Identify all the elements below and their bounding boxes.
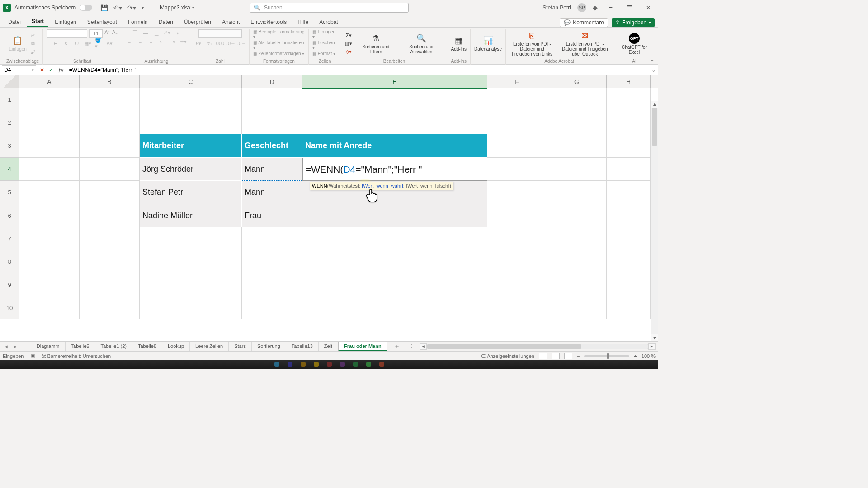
cell[interactable]	[547, 111, 607, 134]
cell[interactable]	[607, 88, 651, 111]
taskbar-app-icon[interactable]	[366, 362, 371, 367]
accessibility-status[interactable]: 🙵 Barrierefreiheit: Untersuchen	[41, 353, 111, 359]
format-painter-icon[interactable]: 🖌	[29, 49, 37, 55]
sheet-tab[interactable]: Zeit	[319, 342, 338, 351]
cell[interactable]	[607, 273, 651, 296]
cell[interactable]	[547, 158, 607, 181]
cell[interactable]	[242, 273, 302, 296]
cell[interactable]	[242, 88, 302, 111]
chatgpt-button[interactable]: GPT ChatGPT for Excel	[617, 33, 652, 55]
fn-arg[interactable]: [Wert_wenn_falsch]	[406, 183, 449, 188]
cell[interactable]	[80, 158, 140, 181]
table-cell[interactable]: Mann	[242, 181, 302, 204]
fx-icon[interactable]: ƒx	[58, 67, 64, 73]
cell[interactable]	[80, 273, 140, 296]
hscroll-thumb[interactable]	[427, 344, 582, 349]
cell[interactable]	[607, 296, 651, 319]
cell[interactable]	[302, 88, 487, 111]
cell[interactable]	[80, 204, 140, 227]
indent-right-icon[interactable]: ⇥	[169, 38, 176, 45]
taskbar-app-icon[interactable]	[274, 362, 279, 367]
taskbar-app-icon[interactable]	[288, 362, 292, 367]
cell[interactable]	[19, 296, 80, 319]
comments-button[interactable]: 💬 Kommentare	[560, 18, 608, 27]
sheet-tab[interactable]: Lookup	[162, 342, 190, 351]
tab-file[interactable]: Datei	[4, 17, 25, 27]
cell[interactable]	[487, 204, 547, 227]
orientation-icon[interactable]: ⤢▾	[164, 29, 171, 36]
worksheet[interactable]: A B C D E F G H 1 2 3 Mitarbeiter	[0, 75, 658, 341]
cell[interactable]	[487, 296, 547, 319]
cell[interactable]	[242, 111, 302, 134]
cell[interactable]	[487, 88, 547, 111]
table-cell[interactable]: Mann	[242, 158, 302, 181]
align-top-icon[interactable]: ▔	[131, 29, 138, 36]
cell[interactable]	[302, 250, 487, 273]
cell[interactable]	[19, 111, 80, 134]
formula-input[interactable]: =WENN(D4="Mann";"Herr "	[67, 67, 649, 73]
tab-data[interactable]: Daten	[154, 17, 178, 27]
cell[interactable]	[487, 227, 547, 250]
fill-color-icon[interactable]: 🪣▾	[95, 40, 102, 47]
avatar[interactable]: SP	[577, 3, 586, 12]
cell[interactable]	[607, 227, 651, 250]
autosave-toggle[interactable]: Automatisches Speichern	[14, 5, 92, 11]
col-header[interactable]: G	[547, 75, 607, 88]
table-header[interactable]: Name mit Anrede	[302, 134, 487, 158]
cell-styles-button[interactable]: ▦ Zellenformatvorlagen ▾	[253, 51, 305, 56]
cell[interactable]	[607, 134, 651, 158]
sheet-tab[interactable]: Diagramm	[31, 342, 66, 351]
zoom-value[interactable]: 100 %	[642, 353, 656, 359]
share-button[interactable]: ⇪ Freigeben ▾	[612, 18, 655, 27]
cell[interactable]	[140, 273, 242, 296]
cell[interactable]	[80, 296, 140, 319]
cell[interactable]	[547, 227, 607, 250]
view-page-layout-button[interactable]	[552, 353, 560, 359]
cell[interactable]	[302, 111, 487, 134]
fn-arg-current[interactable]: [Wert_wenn_wahr]	[362, 183, 403, 188]
cell[interactable]	[19, 250, 80, 273]
dec-dec-icon[interactable]: .0→	[238, 40, 245, 47]
comma-icon[interactable]: 000	[217, 40, 224, 47]
cell[interactable]	[80, 111, 140, 134]
wrap-text-icon[interactable]: ↲	[175, 29, 182, 36]
taskbar-app-icon[interactable]	[301, 362, 306, 367]
col-header[interactable]: A	[19, 75, 80, 88]
row-header[interactable]: 3	[0, 134, 19, 158]
function-tooltip[interactable]: WENN(Wahrheitstest; [Wert_wenn_wahr]; [W…	[310, 182, 453, 190]
align-right-icon[interactable]: ≡	[147, 38, 155, 45]
cell[interactable]	[302, 273, 487, 296]
align-center-icon[interactable]: ≡	[137, 38, 144, 45]
align-bottom-icon[interactable]: ▁	[153, 29, 160, 36]
cell[interactable]	[547, 296, 607, 319]
borders-icon[interactable]: ▦▾	[84, 40, 91, 47]
cell[interactable]	[140, 296, 242, 319]
paste-button[interactable]: 📋 Einfügen	[9, 36, 26, 52]
minimize-button[interactable]: ━	[604, 1, 617, 14]
name-box[interactable]: D4 ▾	[2, 65, 36, 75]
cell[interactable]	[80, 227, 140, 250]
taskbar-app-icon[interactable]	[327, 362, 332, 367]
hscroll-right-icon[interactable]: ►	[648, 343, 656, 350]
scroll-down-icon[interactable]: ▼	[651, 334, 658, 341]
sheet-tab[interactable]: Sortierung	[252, 342, 286, 351]
row-header[interactable]: 6	[0, 204, 19, 227]
taskbar-app-icon[interactable]	[379, 362, 384, 367]
cell[interactable]	[80, 134, 140, 158]
percent-icon[interactable]: %	[206, 40, 213, 47]
cell[interactable]	[607, 204, 651, 227]
table-header[interactable]: Mitarbeiter	[140, 134, 242, 158]
sheet-tab[interactable]: Leere Zeilen	[190, 342, 229, 351]
scroll-track[interactable]	[651, 108, 658, 334]
decrease-font-icon[interactable]: A↓	[112, 29, 118, 38]
sort-filter-button[interactable]: ⚗ Sortieren und Filtern	[357, 33, 395, 54]
taskbar-app-icon[interactable]	[353, 362, 358, 367]
user-name[interactable]: Stefan Petri	[542, 5, 571, 11]
fill-icon[interactable]: ▥▾	[345, 41, 352, 47]
row-header[interactable]: 9	[0, 273, 19, 296]
table-header[interactable]: Geschlecht	[242, 134, 302, 158]
bold-icon[interactable]: F	[52, 40, 59, 47]
cell[interactable]	[19, 134, 80, 158]
cell[interactable]	[80, 250, 140, 273]
cell[interactable]	[487, 181, 547, 204]
